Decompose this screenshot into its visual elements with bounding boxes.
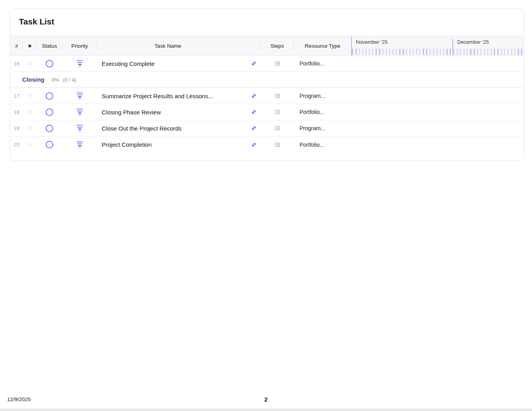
timeline-tick — [508, 49, 509, 55]
timeline-tick — [382, 49, 383, 55]
steps-button[interactable] — [274, 60, 281, 67]
expand-button[interactable] — [251, 93, 257, 99]
resource-type: Program... — [299, 125, 325, 131]
priority-icon[interactable] — [76, 92, 83, 99]
timeline-tick — [355, 49, 357, 55]
timeline-tick — [518, 49, 519, 55]
timeline-tick — [450, 49, 451, 55]
timeline-tick — [484, 49, 485, 55]
column-header-resource-type[interactable]: Resource Type — [294, 36, 351, 55]
timeline-tick — [463, 49, 465, 55]
row-number: 20 — [13, 142, 19, 148]
star-icon[interactable]: ☆ — [27, 142, 32, 148]
timeline-tick — [423, 49, 424, 55]
expand-icon — [251, 61, 257, 66]
timeline-tick — [369, 49, 370, 55]
timeline-tick — [440, 49, 441, 55]
expand-button[interactable] — [251, 109, 257, 115]
steps-list-icon — [274, 93, 281, 99]
timeline-tick — [396, 49, 397, 55]
timeline-tick — [362, 49, 363, 55]
timeline-tick — [372, 49, 373, 55]
task-name: Project Completion — [102, 141, 152, 148]
expand-button[interactable] — [251, 125, 257, 131]
timeline-tick — [433, 49, 434, 55]
timeline-tick — [443, 49, 444, 55]
steps-button[interactable] — [274, 142, 281, 148]
timeline-tick — [399, 49, 400, 55]
timeline-tick — [501, 49, 502, 55]
steps-list-icon — [274, 109, 281, 115]
column-header-task-name[interactable]: Task Name — [97, 36, 260, 55]
column-header-steps[interactable]: Steps — [260, 36, 294, 55]
priority-icon[interactable] — [76, 60, 83, 67]
task-rows: 16☆Executing CompletePortfolio...Closing… — [10, 56, 524, 153]
expand-button[interactable] — [251, 142, 257, 148]
timeline-tick — [365, 49, 366, 55]
group-fraction: (0 / 4) — [63, 77, 76, 83]
task-row: 18☆Closing Phase ReviewPortfolio... — [10, 104, 524, 120]
timeline-tick — [470, 49, 471, 55]
column-header-status[interactable]: Status — [37, 36, 62, 55]
footer-page-number: 2 — [0, 396, 532, 403]
row-number: 18 — [13, 109, 19, 115]
column-header-number[interactable]: # — [10, 36, 23, 55]
status-circle-icon[interactable] — [46, 125, 53, 132]
timeline-tick — [494, 49, 495, 55]
expand-icon — [251, 125, 257, 131]
resource-type: Portfolio... — [299, 142, 324, 148]
timeline-tick — [389, 49, 390, 55]
steps-list-icon — [274, 60, 281, 67]
expand-icon — [251, 142, 257, 148]
task-name: Close Out the Project Records — [102, 125, 182, 132]
star-icon[interactable]: ☆ — [27, 93, 32, 99]
steps-list-icon — [274, 142, 281, 148]
timeline-tick — [376, 49, 377, 55]
resource-type: Portfolio... — [299, 109, 324, 115]
star-icon[interactable]: ☆ — [27, 60, 32, 67]
status-circle-icon[interactable] — [46, 141, 53, 148]
timeline-tick — [379, 49, 380, 55]
timeline-tick — [467, 49, 468, 55]
timeline-tick — [436, 49, 437, 55]
timeline-tick — [352, 49, 353, 55]
resource-type: Portfolio... — [299, 60, 324, 67]
timeline-tick — [446, 49, 448, 55]
expand-icon — [251, 109, 257, 115]
star-icon[interactable]: ☆ — [27, 125, 32, 131]
timeline-tick — [406, 49, 407, 55]
task-row: 20☆Project CompletionPortfolio... — [10, 136, 524, 153]
status-circle-icon[interactable] — [46, 108, 53, 116]
status-circle-icon[interactable] — [46, 60, 53, 67]
timeline-tick — [487, 49, 488, 55]
column-header-priority[interactable]: Priority — [62, 36, 97, 55]
expand-button[interactable] — [251, 61, 257, 66]
task-row: 19☆Close Out the Project RecordsProgram.… — [10, 120, 524, 136]
timeline-tick — [386, 49, 387, 55]
timeline-tick — [409, 49, 411, 55]
timeline-tick — [504, 49, 505, 55]
timeline-tick — [474, 49, 475, 55]
priority-icon[interactable] — [76, 125, 83, 132]
page-edge-strip — [0, 409, 532, 411]
timeline-tick — [514, 49, 515, 55]
task-list-card: Task List # ★ Status Priority Task Name … — [10, 9, 524, 161]
steps-button[interactable] — [274, 125, 281, 131]
timeline-tick — [511, 49, 512, 55]
timeline-tick — [403, 49, 404, 55]
star-icon[interactable]: ☆ — [27, 109, 32, 115]
expand-icon — [251, 93, 257, 99]
status-circle-icon[interactable] — [46, 92, 53, 100]
timeline-tick — [460, 49, 461, 55]
priority-icon[interactable] — [76, 108, 83, 116]
timeline-tick — [426, 49, 427, 55]
timeline-tick — [477, 49, 478, 55]
steps-button[interactable] — [274, 93, 281, 99]
priority-icon[interactable] — [76, 141, 83, 148]
steps-button[interactable] — [274, 109, 281, 115]
table-header-row: # ★ Status Priority Task Name Steps Reso… — [10, 36, 524, 56]
timeline-tick — [430, 49, 431, 55]
task-name: Executing Complete — [102, 60, 154, 67]
column-header-star star-icon[interactable]: ★ — [23, 36, 37, 55]
timeline-tick — [413, 49, 414, 55]
